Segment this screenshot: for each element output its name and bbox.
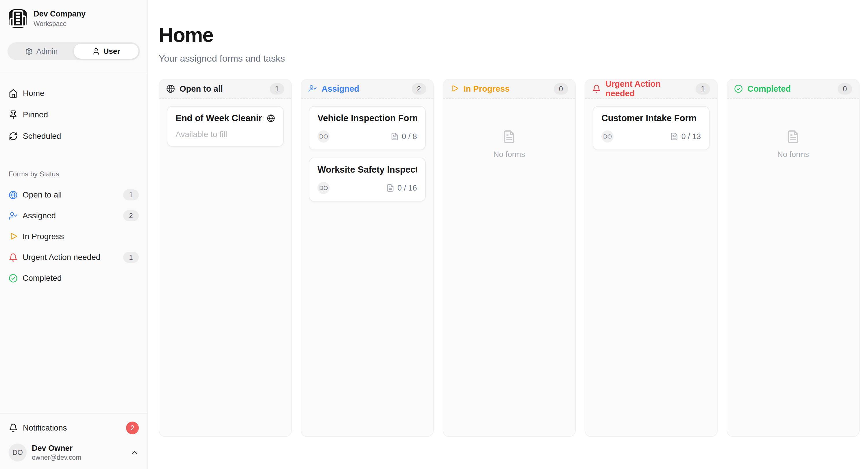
workspace-name: Dev Company — [34, 9, 86, 19]
file-text-icon — [670, 132, 678, 140]
sidebar-item-label: Open to all — [23, 190, 62, 199]
globe-icon — [267, 114, 275, 122]
pin-icon — [9, 110, 18, 119]
bell-icon — [9, 253, 18, 262]
column-title: Urgent Action needed — [606, 79, 691, 98]
assignee-chip: DO — [317, 182, 330, 194]
forms-by-status-list: Open to all 1 Assigned 2 In Progress Urg… — [7, 185, 140, 288]
column-header: Assigned 2 — [301, 80, 433, 99]
column-count-badge: 1 — [270, 83, 284, 95]
main-content: Home Your assigned forms and tasks Open … — [148, 0, 868, 469]
empty-state-label: No forms — [777, 150, 809, 159]
user-menu[interactable]: DO Dev Owner owner@dev.com — [7, 443, 140, 462]
sidebar-nav: Home Pinned Scheduled — [7, 83, 140, 147]
card-title-row: Worksite Safety Inspecti... — [317, 164, 417, 175]
card-title: End of Week Cleaning ... — [176, 113, 262, 123]
building-icon — [9, 9, 27, 28]
progress-count: 0 / 13 — [681, 132, 701, 141]
board-column-assigned: Assigned 2 Vehicle Inspection Form DO 0 … — [301, 79, 434, 437]
sidebar-item-scheduled[interactable]: Scheduled — [7, 125, 140, 147]
play-icon — [9, 232, 18, 241]
count-badge: 1 — [123, 189, 139, 200]
sidebar-item-assigned[interactable]: Assigned 2 — [7, 205, 140, 226]
user-toggle-button[interactable]: User — [74, 44, 138, 59]
admin-toggle-label: Admin — [36, 47, 58, 56]
user-toggle-label: User — [103, 47, 120, 56]
empty-state: No forms — [451, 130, 567, 159]
check-circle-icon — [734, 85, 743, 93]
column-header: Open to all 1 — [159, 80, 291, 99]
page-title: Home — [159, 25, 868, 45]
board-column-in-progress: In Progress 0 No forms — [443, 79, 576, 437]
admin-toggle-button[interactable]: Admin — [9, 44, 74, 59]
home-icon — [9, 89, 18, 98]
sidebar-item-label: Urgent Action needed — [23, 253, 100, 262]
card-subtitle: Available to fill — [176, 130, 275, 139]
page-subtitle: Your assigned forms and tasks — [159, 53, 868, 64]
sidebar-item-urgent-action-needed[interactable]: Urgent Action needed 1 — [7, 247, 140, 268]
form-card-end-of-week-cleaning[interactable]: End of Week Cleaning ... Available to fi… — [167, 106, 284, 147]
file-text-icon — [391, 132, 399, 140]
notifications-count-badge: 2 — [126, 421, 139, 434]
workspace-logo — [9, 9, 27, 28]
card-progress: 0 / 13 — [670, 132, 701, 141]
sidebar-item-label: Scheduled — [23, 131, 61, 141]
column-count-badge: 0 — [838, 83, 852, 95]
role-toggle: Admin User — [7, 42, 140, 60]
bell-icon — [592, 85, 601, 93]
card-progress: 0 / 8 — [391, 132, 417, 141]
avatar: DO — [9, 443, 27, 462]
notifications-button[interactable]: Notifications 2 — [7, 416, 140, 439]
column-body: No forms — [727, 99, 859, 166]
user-check-icon — [9, 211, 18, 220]
workspace-info: Dev Company Workspace — [34, 9, 86, 28]
sidebar-item-label: Pinned — [23, 110, 48, 119]
sidebar-bottom-divider — [0, 413, 148, 413]
sidebar-item-completed[interactable]: Completed — [7, 268, 140, 288]
form-card-vehicle-inspection[interactable]: Vehicle Inspection Form DO 0 / 8 — [309, 106, 426, 150]
card-title: Customer Intake Form — [601, 113, 696, 123]
assignee-chip: DO — [601, 130, 614, 143]
card-footer: DO 0 / 13 — [601, 130, 701, 143]
sidebar-item-pinned[interactable]: Pinned — [7, 104, 140, 125]
column-body: Customer Intake Form DO 0 / 13 — [585, 99, 717, 158]
sidebar-divider — [0, 72, 148, 72]
card-title-row: Customer Intake Form — [601, 113, 701, 123]
kanban-board: Open to all 1 End of Week Cleaning ... A… — [159, 79, 868, 437]
column-count-badge: 2 — [412, 83, 426, 95]
play-icon — [450, 85, 459, 93]
user-email: owner@dev.com — [32, 454, 81, 462]
card-title-row: End of Week Cleaning ... — [176, 113, 275, 123]
user-icon — [92, 48, 100, 55]
forms-by-status-label: Forms by Status — [7, 170, 140, 178]
column-title: Assigned — [321, 84, 360, 94]
globe-icon — [9, 191, 18, 199]
file-text-icon — [502, 130, 516, 144]
file-text-icon — [786, 130, 800, 144]
workspace-switcher[interactable]: Dev Company Workspace — [9, 9, 139, 28]
sidebar-item-home[interactable]: Home — [7, 83, 140, 104]
column-header: Urgent Action needed 1 — [585, 80, 717, 99]
card-progress: 0 / 16 — [386, 184, 417, 193]
empty-state-label: No forms — [493, 150, 525, 159]
workspace-type: Workspace — [34, 20, 86, 28]
chevron-up-icon[interactable] — [131, 448, 139, 457]
form-card-customer-intake[interactable]: Customer Intake Form DO 0 / 13 — [593, 106, 710, 150]
count-badge: 2 — [123, 210, 139, 221]
sidebar-item-open-to-all[interactable]: Open to all 1 — [7, 185, 140, 205]
sidebar-item-in-progress[interactable]: In Progress — [7, 226, 140, 247]
column-body: Vehicle Inspection Form DO 0 / 8 Wo — [301, 99, 433, 209]
board-column-urgent-action-needed: Urgent Action needed 1 Customer Intake F… — [585, 79, 718, 437]
column-body: End of Week Cleaning ... Available to fi… — [159, 99, 291, 154]
board-column-open-to-all: Open to all 1 End of Week Cleaning ... A… — [159, 79, 292, 437]
assignee-chip: DO — [317, 130, 330, 143]
bell-icon — [9, 423, 18, 433]
notifications-label: Notifications — [23, 423, 67, 433]
column-title: Open to all — [180, 84, 223, 94]
sidebar-item-label: Completed — [23, 274, 62, 283]
gear-icon — [25, 48, 33, 55]
form-card-worksite-safety-inspection[interactable]: Worksite Safety Inspecti... DO 0 / 16 — [309, 158, 426, 201]
column-title: In Progress — [464, 84, 510, 94]
card-footer: DO 0 / 8 — [317, 130, 417, 143]
board-column-completed: Completed 0 No forms — [726, 79, 860, 437]
